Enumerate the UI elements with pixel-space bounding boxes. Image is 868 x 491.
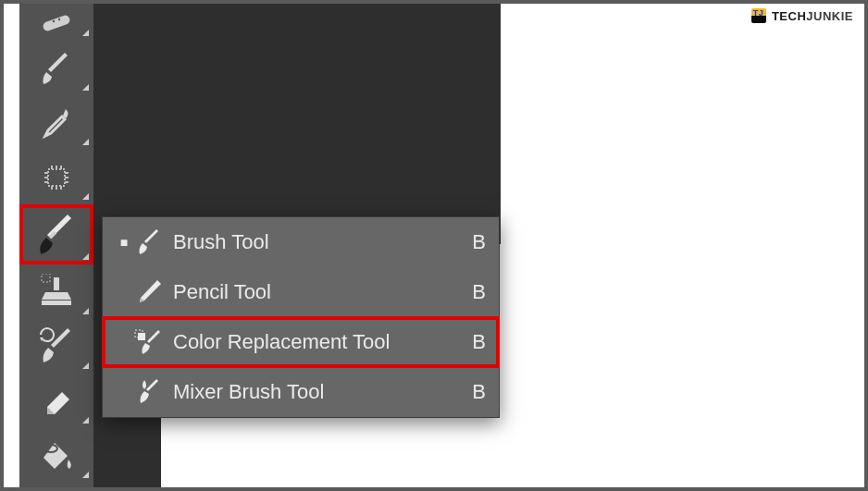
svg-rect-18 [42,301,71,305]
brush-flyout-menu: ■ Brush Tool B Pencil Tool B [102,216,500,418]
screenshot-frame: TECHJUNKIE [0,0,868,491]
flyout-item-pencil[interactable]: Pencil Tool B [103,267,499,317]
color-replacement-icon [132,328,166,356]
stamp-icon [38,274,75,311]
svg-rect-0 [42,14,71,32]
flyout-item-brush[interactable]: ■ Brush Tool B [103,217,499,267]
brush-icon [34,213,79,257]
svg-rect-23 [138,333,145,340]
watermark-tech: TECH [772,9,806,23]
clone-stamp-tool[interactable] [19,264,93,319]
tools-panel [19,4,93,487]
flyout-indicator-icon [82,308,89,314]
flyout-item-label: Pencil Tool [166,280,464,304]
svg-point-1 [53,20,55,22]
chip-icon [40,161,73,194]
brush-icon [38,50,75,87]
flyout-indicator-icon [82,30,89,36]
eyedropper-tool[interactable] [19,95,93,150]
active-marker-icon: ■ [116,235,132,250]
eyedropper-icon [38,104,75,141]
svg-point-2 [58,18,60,20]
svg-rect-19 [42,274,50,282]
brush-tool[interactable] [19,204,93,264]
flyout-indicator-icon [82,417,89,423]
history-brush-tool[interactable] [19,319,93,374]
eraser-icon [38,383,75,420]
flyout-item-label: Color Replacement Tool [166,330,464,354]
spot-healing-tool[interactable] [19,4,93,41]
flyout-item-shortcut: B [464,380,486,404]
flyout-item-label: Mixer Brush Tool [166,380,464,404]
flyout-item-mixer-brush[interactable]: Mixer Brush Tool B [103,367,499,417]
flyout-item-shortcut: B [464,280,486,304]
techjunkie-watermark: TECHJUNKIE [751,8,853,23]
svg-rect-3 [48,169,65,186]
flyout-item-color-replacement[interactable]: Color Replacement Tool B [103,317,499,367]
flyout-indicator-icon [82,84,89,91]
svg-rect-17 [54,277,59,290]
flyout-indicator-icon [82,193,89,200]
mixer-brush-icon [132,378,166,406]
flyout-indicator-icon [82,253,89,260]
brush-tool-alt[interactable] [19,41,93,95]
flyout-indicator-icon [82,362,89,369]
watermark-junkie: JUNKIE [806,9,853,23]
flyout-indicator-icon [82,472,89,478]
history-brush-icon [37,327,76,366]
flyout-item-label: Brush Tool [166,230,464,254]
bandage-icon [41,11,72,33]
paint-bucket-tool[interactable] [19,428,93,483]
pencil-icon [132,278,166,306]
flyout-item-shortcut: B [464,230,486,254]
flyout-indicator-icon [82,139,89,145]
brush-icon [132,228,166,256]
chip-tool[interactable] [19,150,93,204]
eraser-tool[interactable] [19,374,93,428]
paint-bucket-icon [38,437,75,474]
flyout-item-shortcut: B [464,330,486,354]
techjunkie-logo-icon [751,8,766,23]
